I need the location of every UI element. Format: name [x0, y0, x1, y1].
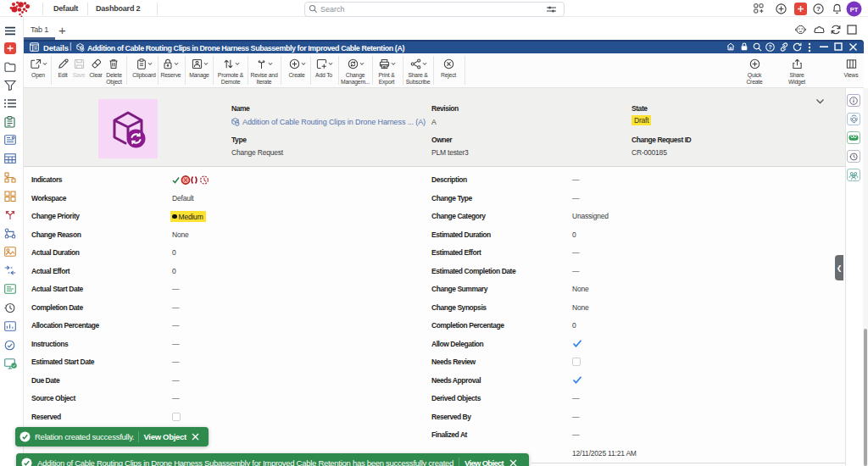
svg-text:?: ?: [816, 5, 821, 13]
svg-text:PT: PT: [850, 6, 859, 14]
svg-text:?: ?: [768, 44, 771, 50]
